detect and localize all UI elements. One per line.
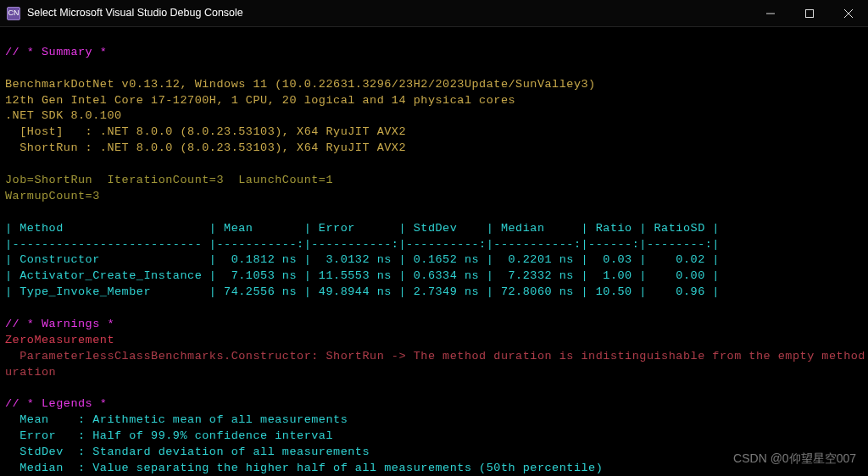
svg-rect-1 <box>806 9 814 17</box>
legends-header: // * Legends * <box>5 397 107 410</box>
warning-body-line: ParameterlessClassBenchmarks.Constructor… <box>5 350 868 363</box>
warning-body-line: uration <box>5 366 56 379</box>
summary-sdk: .NET SDK 8.0.100 <box>5 109 122 122</box>
summary-host: [Host] : .NET 8.0.0 (8.0.23.53103), X64 … <box>5 125 406 138</box>
summary-benchnet: BenchmarkDotNet v0.13.12, Windows 11 (10… <box>5 78 596 91</box>
summary-cpu: 12th Gen Intel Core i7-12700H, 1 CPU, 20… <box>5 94 515 107</box>
window-title: Select Microsoft Visual Studio Debug Con… <box>27 6 751 21</box>
warnings-header: // * Warnings * <box>5 318 114 330</box>
legend-stddev: StdDev : Standard deviation of all measu… <box>5 446 370 458</box>
close-button[interactable] <box>829 0 868 27</box>
summary-header: // * Summary * <box>5 46 107 58</box>
table-header: | Method | Mean | Error | StdDev | Media… <box>5 222 720 235</box>
table-row: | Activator_Create_Instance | 7.1053 ns … <box>5 269 720 282</box>
app-icon: CN <box>7 7 20 20</box>
warmup-line: WarmupCount=3 <box>5 190 100 202</box>
legend-mean: Mean : Arithmetic mean of all measuremen… <box>5 413 348 426</box>
table-row: | Constructor | 0.1812 ns | 3.0132 ns | … <box>5 253 720 266</box>
job-line: Job=ShortRun IterationCount=3 LaunchCoun… <box>5 174 333 186</box>
summary-shortrun: ShortRun : .NET 8.0.0 (8.0.23.53103), X6… <box>5 141 406 154</box>
legend-median: Median : Value separating the higher hal… <box>5 462 603 474</box>
table-row: | Type_Invoke_Member | 74.2556 ns | 49.8… <box>5 285 720 298</box>
table-divider: |-------------------------- |-----------… <box>5 238 720 251</box>
titlebar: CN Select Microsoft Visual Studio Debug … <box>0 0 868 27</box>
minimize-button[interactable] <box>751 0 790 27</box>
legend-error: Error : Half of 99.9% confidence interva… <box>5 429 333 442</box>
warning-title: ZeroMeasurement <box>5 334 114 346</box>
maximize-button[interactable] <box>790 0 829 27</box>
console-output: // * Summary * BenchmarkDotNet v0.13.12,… <box>0 27 868 476</box>
